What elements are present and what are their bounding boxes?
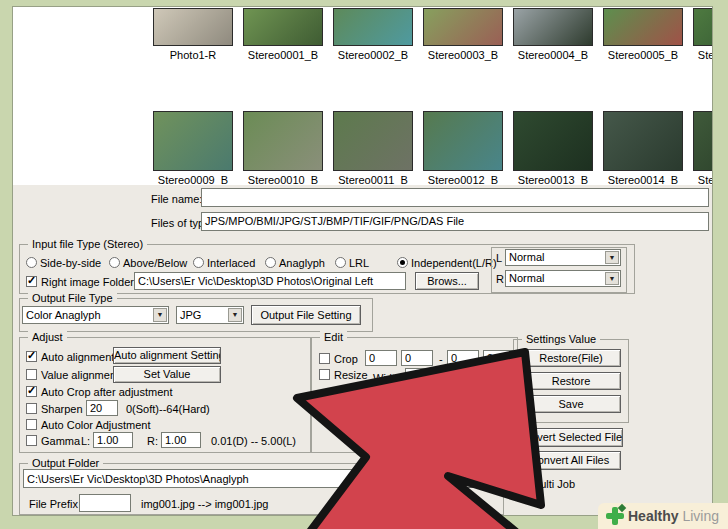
auto-alignment-setting-button[interactable]: Auto alignment Setting — [113, 347, 221, 364]
left-select-label: L — [496, 252, 502, 264]
thumbnail-label: Stereo0012_B — [423, 174, 503, 185]
thumbnail-label: Stereo0003_B — [423, 49, 503, 61]
file-name-input[interactable] — [201, 188, 709, 207]
convert-selected-files-button[interactable]: Convert Selected Files — [516, 428, 623, 447]
thumbnail[interactable]: Stereo0015_B — [693, 111, 713, 185]
right-image-select[interactable]: Normal ▼ — [505, 270, 621, 287]
restore-file-button[interactable]: Restore(File) — [521, 349, 621, 367]
group-title: Settings Value — [522, 333, 600, 345]
healthy-living-logo-icon — [606, 507, 624, 525]
thumbnail[interactable]: Stereo0013_B — [513, 111, 593, 185]
chevron-down-icon[interactable]: ▼ — [605, 251, 619, 264]
thumbnail-label: Stereo0015_B — [693, 174, 713, 185]
right-image-folder-checkbox[interactable] — [26, 276, 37, 287]
gamma-l-input[interactable] — [93, 432, 133, 448]
thumbnail-image[interactable] — [513, 111, 593, 171]
auto-alignment-checkbox[interactable] — [26, 351, 37, 362]
thumbnail[interactable]: Stereo0014_B — [603, 111, 683, 185]
output-format-value: Color Anaglyph — [26, 309, 101, 321]
crop-y1-input[interactable] — [401, 350, 433, 366]
resize-height-input[interactable] — [481, 369, 515, 385]
right-image-folder-input[interactable] — [134, 272, 406, 290]
convert-all-files-button[interactable]: Convert All Files — [518, 451, 621, 470]
auto-color-label: Auto Color Adjustment — [41, 419, 150, 431]
thumbnail-image[interactable] — [693, 8, 713, 46]
crop-x2-input[interactable] — [447, 350, 479, 366]
thumbnail-image[interactable] — [603, 111, 683, 171]
output-file-setting-button[interactable]: Output File Setting — [251, 305, 361, 325]
sharpen-hint: 0(Soft)--64(Hard) — [126, 403, 210, 415]
sharpen-checkbox[interactable] — [26, 403, 37, 414]
thumbnail-label: Stereo0002_B — [333, 49, 413, 61]
restore-button[interactable]: Restore — [521, 372, 621, 390]
auto-crop-checkbox[interactable] — [26, 386, 37, 397]
crop-checkbox[interactable] — [319, 353, 330, 364]
chevron-down-icon[interactable]: ▼ — [228, 308, 242, 322]
thumbnail[interactable]: Stereo0001_B — [243, 8, 323, 61]
thumbnail-image[interactable] — [243, 111, 323, 171]
radio-independent-l-r-[interactable] — [397, 257, 408, 268]
thumbnail[interactable]: Stereo0012_B — [423, 111, 503, 185]
gamma-r-input[interactable] — [161, 432, 201, 448]
chevron-down-icon[interactable]: ▼ — [153, 308, 167, 322]
thumbnail-image[interactable] — [693, 111, 713, 171]
radio-side-by-side[interactable] — [26, 257, 37, 268]
output-extension-value: JPG — [180, 309, 201, 321]
thumbnail-image[interactable] — [153, 8, 233, 46]
save-button[interactable]: Save — [521, 395, 621, 413]
thumbnail[interactable]: Stereo0011_B — [333, 111, 413, 185]
gamma-checkbox[interactable] — [26, 435, 37, 446]
resize-width-input[interactable] — [405, 368, 439, 384]
thumbnail[interactable]: Stereo0004_B — [513, 8, 593, 61]
thumbnail[interactable]: Stereo0010_B — [243, 111, 323, 185]
browse-right-folder-button[interactable]: Brows... — [415, 272, 479, 290]
chevron-down-icon[interactable]: ▼ — [605, 272, 619, 285]
files-of-type-select[interactable]: JPS/MPO/BMI/JPG/STJ/BMP/TIF/GIF/PNG/DAS … — [201, 212, 709, 231]
left-select-value: Normal — [509, 251, 544, 263]
crop-label: Crop — [334, 353, 358, 365]
resize-label: Resize — [334, 369, 368, 381]
radio-lrl[interactable] — [335, 257, 346, 268]
thumbnail[interactable]: Stereo0003_B — [423, 8, 503, 61]
thumbnail-image[interactable] — [153, 111, 233, 171]
healthy-living-watermark: Healthy Living — [598, 503, 728, 529]
thumbnail[interactable]: Stereo0009_B — [153, 111, 233, 185]
thumbnail-label: Stereo0010_B — [243, 174, 323, 185]
auto-alignment-label: Auto alignment — [41, 351, 114, 363]
thumbnail-image[interactable] — [423, 111, 503, 171]
browse-output-folder-button[interactable]: Brows... — [439, 469, 501, 488]
group-title: Input file Type (Stereo) — [28, 238, 147, 250]
crop-y2-input[interactable] — [483, 350, 515, 366]
thumbnail-image[interactable] — [603, 8, 683, 46]
auto-color-checkbox[interactable] — [26, 419, 37, 430]
thumbnail-image[interactable] — [333, 8, 413, 46]
left-image-select[interactable]: Normal ▼ — [505, 249, 621, 266]
thumbnail-image[interactable] — [423, 8, 503, 46]
thumbnail[interactable]: Stereo0006_B — [693, 8, 713, 61]
resize-checkbox[interactable] — [319, 369, 330, 380]
output-format-select[interactable]: Color Anaglyph ▼ — [22, 306, 169, 324]
file-prefix-input[interactable] — [79, 494, 131, 512]
group-title: Edit — [320, 331, 347, 343]
radio-label: Above/Below — [123, 257, 187, 269]
thumbnail-image[interactable] — [243, 8, 323, 46]
group-title: Adjust — [28, 331, 67, 343]
multi-job-checkbox[interactable] — [514, 478, 525, 489]
thumbnail-image[interactable] — [333, 111, 413, 171]
output-folder-input[interactable] — [23, 469, 435, 488]
group-title: Output File Type — [28, 292, 117, 304]
sharpen-label: Sharpen — [41, 403, 83, 415]
crop-x1-input[interactable] — [365, 350, 397, 366]
output-extension-select[interactable]: JPG ▼ — [176, 306, 244, 324]
thumbnail[interactable]: Stereo0002_B — [333, 8, 413, 61]
auto-crop-label: Auto Crop after adjustment — [41, 386, 172, 398]
thumbnail-image[interactable] — [513, 8, 593, 46]
value-alignment-checkbox[interactable] — [26, 369, 37, 380]
radio-anaglyph[interactable] — [265, 257, 276, 268]
sharpen-input[interactable] — [86, 400, 118, 416]
thumbnail[interactable]: Photo1-R — [153, 8, 233, 61]
set-value-button[interactable]: Set Value — [113, 366, 221, 383]
thumbnail[interactable]: Stereo0005_B — [603, 8, 683, 61]
radio-interlaced[interactable] — [193, 257, 204, 268]
radio-above-below[interactable] — [109, 257, 120, 268]
